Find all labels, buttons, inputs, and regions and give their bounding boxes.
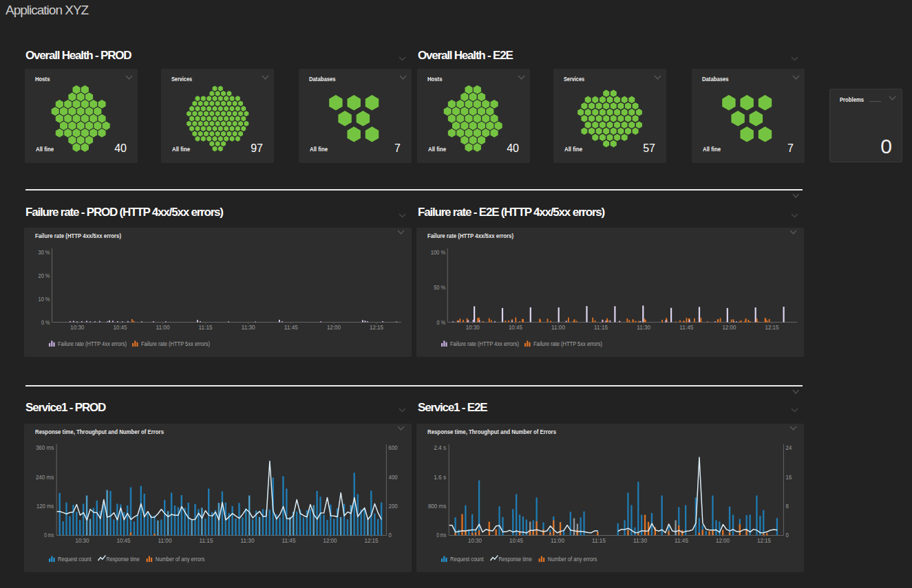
svg-text:Hosts: Hosts [427,75,443,83]
svg-text:11:45: 11:45 [282,537,296,544]
svg-text:Failure rate (HTTP 4xx errors): Failure rate (HTTP 4xx errors) [450,340,519,347]
svg-text:10:45: 10:45 [117,537,131,544]
svg-text:Hosts: Hosts [35,75,50,83]
svg-text:16: 16 [786,474,792,481]
svg-text:12:15: 12:15 [765,324,779,331]
svg-text:Services: Services [171,75,192,83]
svg-text:Request count: Request count [58,556,92,563]
svg-text:All fine: All fine [564,145,582,153]
svg-text:120 ms: 120 ms [36,503,54,510]
svg-text:11:30: 11:30 [637,324,650,331]
svg-text:All fine: All fine [310,145,328,153]
svg-text:10:45: 10:45 [509,324,522,331]
svg-text:11:45: 11:45 [679,324,693,331]
svg-text:10:30: 10:30 [466,324,480,331]
svg-text:0: 0 [786,532,789,538]
svg-text:Services: Services [564,75,584,83]
svg-text:All fine: All fine [428,145,446,153]
svg-text:0 ms: 0 ms [44,532,54,538]
svg-text:11:15: 11:15 [199,324,213,331]
svg-text:20 %: 20 % [39,272,50,279]
svg-text:11:15: 11:15 [592,537,606,544]
svg-text:10 %: 10 % [39,296,50,303]
svg-text:Failure rate (HTTP 4xx/5xx err: Failure rate (HTTP 4xx/5xx errors) [427,232,513,239]
svg-text:11:15: 11:15 [594,324,608,331]
svg-text:360 ms: 360 ms [36,444,54,451]
svg-text:Response time, Throughput and: Response time, Throughput and Number of … [35,428,164,435]
svg-text:12:15: 12:15 [370,324,383,331]
svg-text:Problems: Problems [840,96,864,103]
svg-text:800 ms: 800 ms [428,503,447,510]
svg-text:10:45: 10:45 [113,324,127,331]
svg-text:100 %: 100 % [431,249,446,256]
svg-text:12:00: 12:00 [327,324,341,331]
svg-text:240 ms: 240 ms [36,474,54,481]
svg-text:0: 0 [389,532,392,538]
svg-text:10:45: 10:45 [509,537,523,544]
svg-text:Number of any errors: Number of any errors [156,556,205,563]
svg-text:8: 8 [786,503,789,510]
svg-text:Databases: Databases [702,75,729,83]
svg-text:11:45: 11:45 [284,324,298,331]
svg-text:50 %: 50 % [434,284,445,291]
svg-text:Databases: Databases [309,75,336,83]
svg-text:2.4 s: 2.4 s [434,444,446,451]
svg-text:All fine: All fine [36,145,54,153]
svg-text:11:30: 11:30 [242,324,255,331]
svg-text:Failure rate (HTTP 4xx/5xx err: Failure rate (HTTP 4xx/5xx errors) [35,232,121,239]
svg-text:All fine: All fine [172,145,190,153]
svg-text:11:00: 11:00 [551,537,564,544]
svg-text:Failure rate (HTTP 5xx errors): Failure rate (HTTP 5xx errors) [141,340,210,347]
svg-text:0 ms: 0 ms [436,532,446,538]
svg-text:10:30: 10:30 [76,537,89,544]
svg-text:600: 600 [389,444,398,451]
svg-text:Response time: Response time [107,556,140,563]
svg-text:12:00: 12:00 [324,537,337,544]
svg-text:10:30: 10:30 [70,324,84,331]
svg-text:All fine: All fine [703,145,721,153]
svg-text:11:00: 11:00 [551,324,565,331]
svg-text:0 %: 0 % [437,319,446,326]
svg-text:24: 24 [786,444,792,451]
svg-text:200: 200 [389,503,398,510]
svg-text:1.6 s: 1.6 s [434,474,446,481]
svg-text:11:45: 11:45 [675,537,688,544]
svg-text:Request count: Request count [450,556,484,563]
svg-text:Failure rate (HTTP 4xx errors): Failure rate (HTTP 4xx errors) [58,340,127,347]
svg-text:12:00: 12:00 [722,324,736,331]
svg-text:30 %: 30 % [39,249,50,256]
svg-text:11:30: 11:30 [633,537,647,544]
svg-text:12:00: 12:00 [716,537,730,544]
svg-text:0 %: 0 % [41,319,50,326]
svg-text:12:15: 12:15 [365,537,379,544]
svg-text:Failure rate (HTTP 5xx errors): Failure rate (HTTP 5xx errors) [533,340,602,347]
svg-text:11:00: 11:00 [158,537,172,544]
svg-text:12:15: 12:15 [757,537,771,544]
svg-text:10:30: 10:30 [468,537,482,544]
svg-text:Response time: Response time [499,556,532,563]
svg-text:11:00: 11:00 [156,324,170,331]
svg-text:11:30: 11:30 [241,537,255,544]
svg-text:Number of any errors: Number of any errors [548,556,597,563]
svg-text:400: 400 [389,474,398,481]
svg-text:11:15: 11:15 [200,537,213,544]
svg-text:Response time, Throughput and: Response time, Throughput and Number of … [427,428,556,435]
